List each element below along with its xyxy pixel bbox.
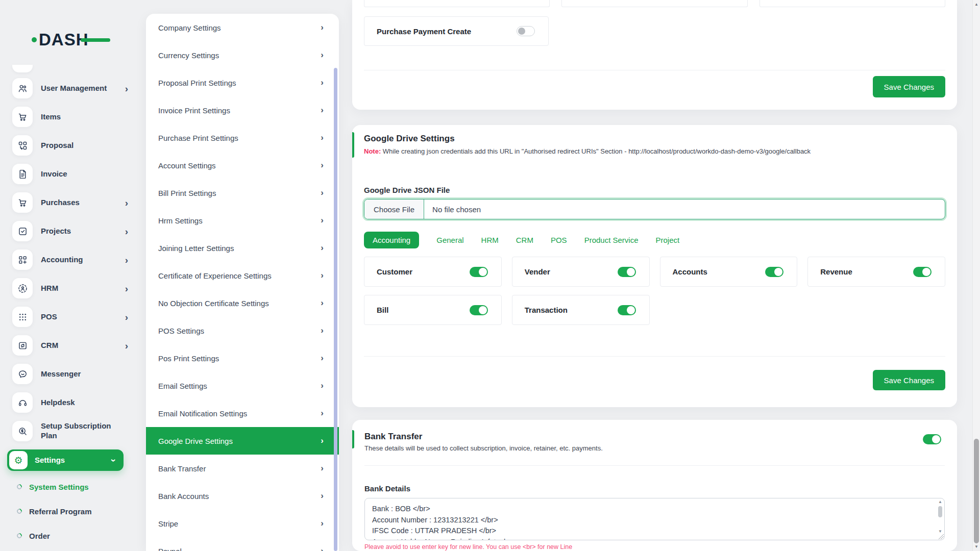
sidebar-item-settings[interactable]: ⚙ Settings › xyxy=(7,449,124,471)
scroll-down-icon[interactable]: ▼ xyxy=(973,544,980,549)
vender-toggle[interactable] xyxy=(618,267,636,277)
gear-icon: ⚙ xyxy=(9,451,28,469)
bank-details-textarea[interactable]: Bank : BOB </br> Account Number : 123132… xyxy=(364,498,945,540)
card-subtitle: These details will be used to collect su… xyxy=(364,444,945,452)
panel-item-purchase-print-settings[interactable]: Purchase Print Settings› xyxy=(146,124,339,152)
chevron-right-icon: › xyxy=(321,188,324,198)
toggle-cell-transaction: Transaction xyxy=(512,295,650,325)
panel-item-joining-letter-settings[interactable]: Joining Letter Settings› xyxy=(146,234,339,262)
panel-item-pos-print-settings[interactable]: Pos Print Settings› xyxy=(146,344,339,372)
chevron-right-icon: › xyxy=(321,270,324,281)
sidebar-item-crm[interactable]: CRM › xyxy=(12,335,128,356)
grid-plus-icon xyxy=(12,249,33,270)
panel-item-proposal-print-settings[interactable]: Proposal Print Settings› xyxy=(146,69,339,96)
sidebar-item-invoice[interactable]: Invoice xyxy=(12,164,128,184)
tab-pos[interactable]: POS xyxy=(551,232,567,248)
panel-item-pos-settings[interactable]: POS Settings› xyxy=(146,317,339,344)
panel-item-paypal[interactable]: Paypal› xyxy=(146,537,339,551)
cart-icon xyxy=(12,107,33,127)
panel-item-account-settings[interactable]: Account Settings› xyxy=(146,152,339,179)
chevron-right-icon: › xyxy=(125,198,128,208)
panel-item-google-drive-settings[interactable]: Google Drive Settings› xyxy=(146,427,339,455)
app-logo: DASH xyxy=(32,30,89,50)
chevron-right-icon: › xyxy=(321,491,324,501)
scroll-down-icon[interactable]: ▼ xyxy=(938,529,942,535)
panel-item-company-settings[interactable]: Company Settings› xyxy=(146,14,339,41)
card-title: Google Drive Settings xyxy=(364,125,945,144)
panel-item-no-objection-certificate-settings[interactable]: No Objection Certificate Settings› xyxy=(146,289,339,317)
cut-off-nav-icon xyxy=(12,65,33,72)
accounts-toggle[interactable] xyxy=(765,267,783,277)
panel-item-certificate-of-experience-settings[interactable]: Certificate of Experience Settings› xyxy=(146,262,339,289)
bank-transfer-toggle[interactable] xyxy=(923,434,941,444)
bill-toggle[interactable] xyxy=(470,305,488,315)
cart-icon xyxy=(12,192,33,213)
panel-item-email-notification-settings[interactable]: Email Notification Settings› xyxy=(146,399,339,427)
sidebar-item-hrm[interactable]: HRM › xyxy=(12,278,128,298)
save-changes-button[interactable]: Save Changes xyxy=(873,370,945,390)
sidebar-item-proposal[interactable]: Proposal xyxy=(12,135,128,156)
chat-bubble-icon xyxy=(12,364,33,384)
newline-warning-text: Pleave avoid to use enter key for new li… xyxy=(364,543,945,550)
panel-item-bank-accounts[interactable]: Bank Accounts› xyxy=(146,482,339,510)
cut-off-toggle-cell xyxy=(760,0,945,7)
sidebar-item-projects[interactable]: Projects › xyxy=(12,221,128,241)
panel-item-stripe[interactable]: Stripe› xyxy=(146,510,339,537)
transaction-toggle[interactable] xyxy=(618,305,636,315)
logo-dash-bar xyxy=(81,38,110,42)
panel-item-bank-transfer[interactable]: Bank Transfer› xyxy=(146,455,339,482)
note-label: Note: xyxy=(364,147,381,155)
panel-item-hrm-settings[interactable]: Hrm Settings› xyxy=(146,207,339,234)
scroll-up-icon[interactable]: ▲ xyxy=(973,2,980,7)
panel-item-currency-settings[interactable]: Currency Settings› xyxy=(146,41,339,69)
tab-project[interactable]: Project xyxy=(656,232,680,248)
sidebar-item-setup-subscription-plan[interactable]: Setup Subscription Plan xyxy=(12,421,128,441)
sidebar-item-pos[interactable]: POS › xyxy=(12,307,128,327)
users-icon xyxy=(12,78,33,98)
file-status-text: No file chosen xyxy=(424,199,489,219)
panel-item-bill-print-settings[interactable]: Bill Print Settings› xyxy=(146,179,339,207)
sidebar-item-purchases[interactable]: Purchases › xyxy=(12,192,128,213)
chevron-right-icon: › xyxy=(125,312,128,322)
tab-general[interactable]: General xyxy=(436,232,463,248)
refresh-square-icon xyxy=(12,335,33,356)
revenue-toggle[interactable] xyxy=(913,267,932,277)
bank-details-label: Bank Details xyxy=(364,484,945,493)
chevron-right-icon: › xyxy=(321,408,324,418)
panel-item-email-settings[interactable]: Email Settings› xyxy=(146,372,339,399)
save-changes-button[interactable]: Save Changes xyxy=(873,76,945,97)
sidebar-item-accounting[interactable]: Accounting › xyxy=(12,249,128,270)
squares-icon xyxy=(12,135,33,156)
panel-item-invoice-print-settings[interactable]: Invoice Print Settings› xyxy=(146,96,339,124)
page-scrollbar[interactable]: ▲ ▼ xyxy=(972,0,980,551)
scroll-up-icon[interactable]: ▲ xyxy=(938,499,942,505)
card-title: Bank Transfer xyxy=(364,420,945,442)
sidebar-subitem-system-settings[interactable]: System Settings xyxy=(17,478,146,495)
textarea-scrollbar[interactable]: ▲ ▼ xyxy=(937,499,944,539)
tab-accounting[interactable]: Accounting xyxy=(364,232,419,248)
document-icon xyxy=(12,164,33,184)
sidebar-subitem-order[interactable]: Order xyxy=(17,527,146,544)
panel-scrollbar[interactable] xyxy=(334,68,337,551)
chevron-right-icon: › xyxy=(321,518,324,529)
customer-toggle[interactable] xyxy=(470,267,488,277)
chevron-right-icon: › xyxy=(321,50,324,60)
chevron-right-icon: › xyxy=(321,353,324,363)
scrollbar-thumb[interactable] xyxy=(938,506,942,517)
person-dashed-circle-icon xyxy=(12,278,33,298)
tab-crm[interactable]: CRM xyxy=(516,232,533,248)
tab-hrm[interactable]: HRM xyxy=(481,232,499,248)
google-drive-json-file-input[interactable]: Choose File No file chosen xyxy=(364,199,945,219)
chevron-right-icon: › xyxy=(125,341,128,350)
purchase-payment-create-toggle[interactable] xyxy=(517,26,535,36)
choose-file-button[interactable]: Choose File xyxy=(364,199,424,219)
headphones-icon xyxy=(12,392,33,413)
sidebar-item-items[interactable]: Items xyxy=(12,107,128,127)
sidebar-subitem-referral-program[interactable]: Referral Program xyxy=(17,503,146,520)
sidebar-item-user-management[interactable]: User Management › xyxy=(12,78,128,98)
chevron-right-icon: › xyxy=(321,215,324,226)
tab-product-service[interactable]: Product Service xyxy=(584,232,639,248)
sidebar-item-messenger[interactable]: Messenger xyxy=(12,364,128,384)
page-scrollbar-thumb[interactable] xyxy=(974,439,979,543)
sidebar-item-helpdesk[interactable]: Helpdesk xyxy=(12,392,128,413)
